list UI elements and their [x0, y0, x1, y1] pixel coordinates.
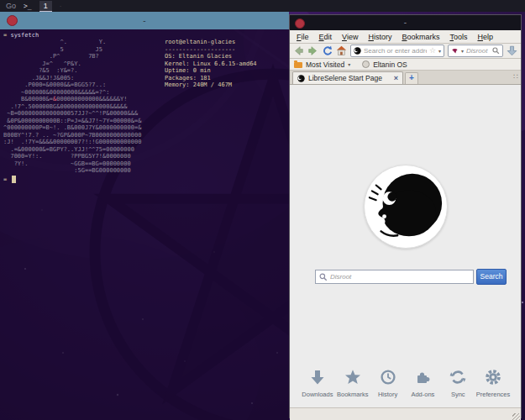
status-bar — [290, 407, 521, 420]
bookmark-label: Eltanin OS — [373, 60, 407, 69]
shortcut-addons[interactable]: Add-ons — [405, 369, 440, 398]
libreselene-moon-logo — [364, 165, 448, 249]
bookmarks-toolbar: Most Visited ▾ Eltanin OS — [290, 59, 521, 71]
tab-close-icon[interactable]: × — [394, 75, 398, 82]
menu-view[interactable]: View — [337, 33, 363, 41]
tab-title: LibreSelene Start Page — [308, 74, 391, 82]
magnifier-icon — [492, 47, 500, 55]
bookmark-label: Most Visited — [306, 60, 344, 69]
new-tab-button[interactable]: + — [405, 72, 418, 84]
start-page-shortcuts: Downloads Bookmarks History Add-ons Sync — [300, 369, 511, 398]
start-page: Search Downloads Bookmarks History Add — [290, 85, 521, 407]
panel-separator-dot: · — [60, 3, 62, 10]
prompt-symbol: = — [3, 32, 7, 39]
tab-list-icon[interactable]: ∷ — [513, 73, 518, 81]
shortcut-preferences[interactable]: Preferences — [475, 369, 511, 398]
start-search-field[interactable] — [315, 270, 474, 284]
menu-tools[interactable]: Tools — [444, 33, 472, 41]
menu-edit[interactable]: Edit — [314, 33, 338, 41]
sysfetch-info: root@eltanin-glacies -------------------… — [165, 39, 257, 89]
shortcut-history[interactable]: History — [370, 369, 406, 398]
shortcut-downloads[interactable]: Downloads — [300, 369, 335, 398]
terminal-prompt[interactable]: = — [3, 176, 16, 183]
back-button[interactable] — [293, 45, 304, 56]
start-search-input[interactable] — [330, 273, 470, 281]
tab-bar: LibreSelene Start Page × + ∷ — [290, 71, 521, 85]
reload-button[interactable] — [322, 45, 333, 56]
forward-arrow-icon — [307, 45, 318, 56]
moon-favicon — [354, 47, 361, 55]
disroot-engine-icon — [451, 47, 459, 55]
url-bar[interactable]: ☆ ▾ — [350, 45, 444, 57]
terminal-body[interactable]: = sysfetch ^. Y. 5 J5 .P^ 7B? J=^ ^P&Y. … — [0, 29, 289, 420]
sync-icon — [449, 369, 466, 386]
shortcut-label: History — [370, 391, 406, 398]
top-panel: Go >_ 1 · — [0, 0, 525, 12]
resize-grip[interactable] — [512, 413, 520, 420]
terminal-titlebar[interactable]: - — [0, 12, 289, 29]
download-arrow-icon — [507, 45, 517, 56]
terminal-icon[interactable]: >_ — [24, 3, 32, 10]
menu-bar: File Edit View History Bookmarks Tools H… — [290, 30, 521, 44]
search-button[interactable]: Search — [476, 269, 507, 285]
bookmark-dropdown-icon: ▾ — [348, 62, 350, 67]
desktop: Go >_ 1 · - = sysfetch ^. Y. 5 J5 .P^ 7B… — [0, 0, 525, 420]
bookmark-most-visited[interactable]: Most Visited ▾ — [294, 60, 350, 69]
clock-icon — [380, 369, 396, 386]
menu-help[interactable]: Help — [472, 33, 498, 41]
workspace-indicator[interactable]: 1 — [39, 1, 52, 12]
browser-titlebar[interactable]: - — [290, 15, 521, 30]
shortcut-label: Sync — [440, 391, 475, 398]
download-icon — [309, 369, 326, 386]
home-button[interactable] — [336, 45, 347, 56]
urlbar-dropdown-icon[interactable]: ▾ — [438, 49, 441, 54]
ascii-art-accent-char: & — [53, 96, 56, 103]
shortcut-sync[interactable]: Sync — [440, 369, 475, 398]
terminal-command: sysfetch — [10, 32, 39, 39]
globe-icon — [362, 60, 370, 68]
downloads-button[interactable] — [507, 45, 517, 56]
magnifier-icon — [319, 273, 328, 281]
home-icon — [336, 45, 347, 56]
bookmark-star-icon[interactable]: ☆ — [429, 47, 436, 55]
shortcut-label: Add-ons — [405, 391, 440, 398]
start-page-search: Search — [315, 269, 507, 285]
shortcut-bookmarks[interactable]: Bookmarks — [335, 369, 370, 398]
browser-window: - File Edit View History Bookmarks Tools… — [289, 14, 522, 418]
star-icon — [344, 369, 361, 386]
shortcut-label: Downloads — [300, 391, 335, 398]
menu-bookmarks[interactable]: Bookmarks — [396, 33, 444, 41]
shortcut-label: Preferences — [475, 391, 511, 398]
back-arrow-icon — [293, 45, 304, 56]
navigation-toolbar: ☆ ▾ ▾ — [290, 44, 521, 59]
moon-favicon — [297, 75, 305, 82]
search-engine-dropdown-icon[interactable]: ▾ — [461, 49, 464, 54]
search-input[interactable] — [466, 47, 490, 55]
gear-icon — [485, 369, 501, 386]
menu-history[interactable]: History — [363, 33, 396, 41]
url-input[interactable] — [364, 47, 427, 55]
browser-title: - — [290, 15, 521, 30]
forward-button[interactable] — [307, 45, 318, 56]
terminal-cursor — [12, 176, 16, 183]
tab-start-page[interactable]: LibreSelene Start Page × — [292, 71, 403, 84]
terminal-title: - — [0, 12, 289, 29]
shortcut-label: Bookmarks — [335, 391, 370, 398]
sysfetch-ascii-art: ^. Y. 5 J5 .P^ 7B? J=^ ^P&Y. ?&5 :Y&=?. … — [3, 39, 141, 175]
terminal-window: - = sysfetch ^. Y. 5 J5 .P^ 7B? J=^ ^P&Y… — [0, 12, 289, 420]
reload-icon — [322, 45, 333, 56]
menu-file[interactable]: File — [291, 33, 314, 41]
bookmark-eltanin-os[interactable]: Eltanin OS — [362, 60, 407, 69]
puzzle-icon — [414, 369, 431, 386]
search-bar[interactable]: ▾ — [448, 45, 503, 57]
prompt-symbol: = — [3, 176, 7, 183]
folder-icon — [294, 62, 302, 68]
panel-launcher[interactable]: Go — [6, 2, 16, 10]
